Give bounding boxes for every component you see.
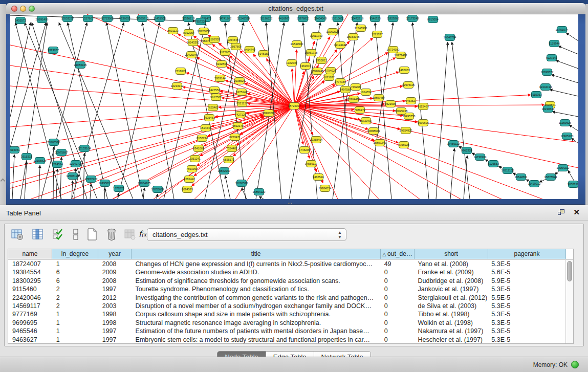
graph-edge-black[interactable] [450, 148, 454, 199]
table-row[interactable]: 969969511998Structural magnetic resonanc… [8, 319, 565, 327]
graph-node[interactable]: 7635461 [204, 115, 215, 121]
table-row[interactable]: 946362711997Embryonic stem cells: a mode… [8, 336, 565, 343]
graph-node[interactable]: 21064185 [138, 180, 151, 187]
graph-node[interactable]: 10543392 [187, 39, 200, 46]
graph-edge-black[interactable] [569, 125, 578, 131]
graph-node[interactable]: 7691091 [186, 166, 198, 172]
graph-node[interactable]: 9227343 [546, 55, 557, 61]
graph-node[interactable]: 16395817 [99, 180, 112, 187]
graph-node[interactable]: 20153104 [78, 145, 91, 152]
graph-edge-black[interactable] [53, 147, 54, 199]
graph-node[interactable]: 1214514 [52, 161, 63, 168]
graph-node[interactable]: 22420046 [185, 52, 198, 58]
graph-node[interactable]: 20364436 [347, 96, 360, 103]
graph-node[interactable]: 8126553 [488, 161, 499, 167]
graph-node[interactable]: 9617583 [210, 94, 222, 101]
graph-node[interactable]: 8186328 [209, 36, 220, 43]
graph-node[interactable]: 16961738 [305, 50, 318, 56]
graph-node[interactable]: 19384554 [319, 185, 332, 192]
graph-edge-black[interactable] [558, 46, 578, 54]
graph-node[interactable]: 8601123 [167, 28, 178, 34]
graph-edge-red[interactable] [10, 106, 294, 106]
graph-node[interactable]: 1221397 [372, 31, 383, 38]
graph-edge-black[interactable] [164, 23, 206, 199]
graph-node[interactable]: 2405572 [15, 17, 26, 24]
graph-node[interactable]: 1362615 [300, 63, 311, 70]
graph-node[interactable]: 2803144 [214, 75, 226, 82]
graph-node[interactable]: 10688609 [367, 128, 380, 135]
graph-edge-red[interactable] [87, 14, 294, 106]
graph-edge-black[interactable] [12, 155, 14, 199]
graph-node[interactable]: 10262526 [326, 29, 339, 35]
graph-node[interactable]: 16849500 [291, 41, 303, 48]
graph-node[interactable]: 20206516 [48, 139, 60, 146]
graph-node[interactable]: 12342737 [70, 161, 82, 167]
graph-edge-black[interactable] [333, 23, 357, 199]
graph-node[interactable]: 18226058 [198, 28, 210, 35]
graph-node[interactable]: 12093872 [541, 69, 554, 76]
graph-edge-red[interactable] [220, 91, 294, 106]
graph-edge-black[interactable] [412, 23, 429, 199]
select-rows-icon[interactable] [52, 228, 65, 241]
graph-edge-black[interactable] [436, 42, 448, 199]
graph-node[interactable]: 12444194 [539, 84, 552, 91]
graph-node[interactable]: 8521158 [236, 100, 247, 107]
graph-node[interactable]: 9621606 [385, 101, 396, 107]
column-header-title[interactable]: title [132, 249, 381, 259]
graph-edge-black[interactable] [56, 169, 57, 199]
graph-node[interactable]: 11439312 [528, 181, 540, 187]
graph-edge-black[interactable] [83, 153, 84, 199]
graph-edge-black[interactable] [104, 188, 105, 199]
graph-node[interactable]: 1624554 [360, 89, 372, 96]
column-header-short[interactable]: short [415, 249, 488, 259]
table-row[interactable]: 1872400712008Changes of HCN gene express… [8, 260, 565, 268]
graph-node[interactable]: 19565810 [136, 15, 149, 22]
graph-node[interactable]: 18807243 [374, 140, 386, 146]
graph-node[interactable]: 7427120 [235, 112, 246, 118]
graph-node[interactable]: 1678275 [113, 185, 124, 192]
graph-node[interactable]: 9777169 [335, 79, 346, 85]
graph-node[interactable]: 20472816 [351, 15, 364, 22]
graph-edge-black[interactable] [556, 60, 578, 69]
graph-node[interactable]: 9546325 [369, 15, 381, 22]
table-scrollbar[interactable] [565, 260, 573, 343]
graph-node[interactable]: 1527602 [82, 15, 94, 22]
graph-node[interactable]: 10553257 [61, 15, 74, 22]
graph-node[interactable]: 2036527 [234, 78, 245, 84]
close-panel-icon[interactable]: ✕ [573, 208, 580, 217]
graph-node[interactable]: 1514447 [200, 125, 211, 132]
graph-node[interactable]: 8427552 [209, 87, 220, 94]
table-row[interactable]: 946554611997Estimation of the future num… [8, 327, 565, 335]
graph-node[interactable]: 2867608 [230, 43, 242, 50]
graph-node[interactable]: 7485063 [399, 67, 410, 74]
graph-node[interactable]: 19734983 [387, 47, 400, 53]
graph-node[interactable]: 1282442 [184, 176, 195, 183]
graph-edge-black[interactable] [259, 196, 264, 199]
graph-edge-red[interactable] [292, 69, 294, 106]
graph-edge-black[interactable] [39, 165, 40, 199]
graph-node[interactable]: 20691406 [36, 16, 49, 23]
graph-edge-red[interactable] [10, 106, 294, 168]
table-row[interactable]: 1830029562008Estimation of significance … [8, 277, 565, 285]
graph-node[interactable]: 11548908 [355, 25, 367, 32]
graph-node[interactable]: 16336218 [182, 15, 195, 22]
column-header-year[interactable]: year [98, 249, 132, 259]
graph-edge-black[interactable] [551, 75, 578, 83]
graph-edge-black[interactable] [452, 42, 470, 199]
graph-node[interactable]: 9129946 [549, 40, 560, 47]
graph-node[interactable]: 14741202 [219, 15, 232, 22]
graph-node[interactable]: 9699695 [418, 120, 429, 126]
table-row[interactable]: 1938455462009Genome-wide association stu… [8, 268, 565, 276]
graph-node[interactable]: 10025438 [395, 108, 408, 115]
graph-node[interactable]: 7986372 [354, 107, 365, 114]
graph-edge-black[interactable] [142, 23, 174, 199]
graph-node[interactable]: 9313057 [48, 47, 59, 54]
graph-node[interactable]: 9658312 [568, 181, 578, 188]
graph-node[interactable]: 8094595 [182, 186, 193, 193]
graph-node[interactable]: 9242848 [216, 61, 227, 68]
graph-node[interactable]: 10807487 [373, 95, 385, 101]
delete-table-icon[interactable] [105, 228, 118, 241]
graph-edge-black[interactable] [72, 23, 124, 199]
graph-node[interactable]: 2051241 [189, 156, 201, 162]
graph-edge-black[interactable] [225, 176, 230, 199]
